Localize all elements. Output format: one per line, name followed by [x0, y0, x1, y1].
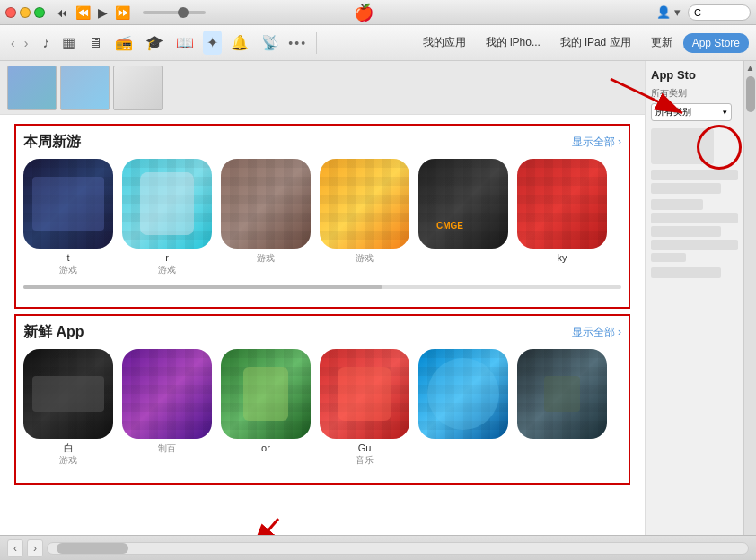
radio-icon[interactable]: 📡 — [258, 31, 283, 55]
fresh-app-4[interactable]: Gu 音乐 — [320, 349, 409, 467]
sidebar-text-8 — [651, 267, 721, 278]
title-bar: ⏮ ⏪ ▶ ⏩ 🍎 👤 ▾ — [0, 0, 756, 25]
edu-icon[interactable]: 🎓 — [142, 31, 167, 55]
fresh-app-5[interactable] — [418, 349, 508, 467]
more-dots[interactable]: ••• — [288, 36, 307, 50]
scroll-thumb[interactable] — [746, 76, 755, 112]
movies-icon[interactable]: ▦ — [58, 31, 79, 55]
maximize-button[interactable] — [34, 7, 45, 18]
app-cat-2: 游戏 — [158, 264, 176, 276]
minimize-button[interactable] — [20, 7, 31, 18]
fresh-icon-5 — [418, 349, 508, 439]
app-item-3[interactable]: 游戏 — [221, 159, 311, 276]
app-item-4[interactable]: 游戏 — [320, 159, 409, 276]
status-bar: ‹ › — [0, 535, 756, 560]
progress-fill-1 — [23, 285, 382, 289]
tab-appstore[interactable]: App Store — [683, 33, 749, 53]
app-icon-4 — [320, 159, 409, 249]
tab-my-iphone[interactable]: 我的 iPho... — [477, 31, 549, 54]
sidebar-text-6 — [651, 240, 738, 250]
section-title-new-games: 本周新游 — [23, 133, 81, 152]
scroll-thumb-h — [57, 543, 128, 554]
podcast-icon[interactable]: 📻 — [111, 31, 136, 55]
app-icon-5: CMGE — [418, 159, 508, 249]
show-all-new-games[interactable]: 显示全部 › — [572, 135, 621, 150]
app-icon-3 — [221, 159, 311, 249]
search-input[interactable] — [688, 4, 751, 21]
app-item-5[interactable]: CMGE — [418, 159, 508, 276]
nav-tabs: 我的应用 我的 iPho... 我的 iPad 应用 更新 App Store — [414, 31, 749, 54]
fresh-icon-2 — [122, 349, 212, 439]
section-header-fresh: 新鲜 App 显示全部 › — [23, 323, 621, 342]
tab-updates[interactable]: 更新 — [642, 31, 681, 54]
account-icon[interactable]: 👤 ▾ — [656, 5, 681, 19]
preview-3 — [113, 66, 163, 110]
sidebar-text-2 — [651, 183, 721, 194]
fresh-cat-2: 制百 — [158, 442, 176, 455]
music-icon[interactable]: ♪ — [39, 31, 53, 55]
books-icon[interactable]: 📖 — [172, 31, 198, 55]
status-forward[interactable]: › — [27, 539, 43, 557]
horizontal-scrollbar[interactable] — [47, 542, 749, 555]
status-back[interactable]: ‹ — [7, 539, 23, 557]
preview-2 — [60, 66, 110, 110]
category-dropdown[interactable]: 所有类别 ▾ — [651, 103, 732, 121]
section-header-new-games: 本周新游 显示全部 › — [23, 133, 621, 152]
show-all-fresh[interactable]: 显示全部 › — [572, 325, 621, 340]
fresh-app-6[interactable] — [517, 349, 607, 467]
forward-arrow[interactable]: › — [21, 34, 32, 52]
app-icon-2 — [122, 159, 212, 249]
play-button[interactable]: ▶ — [98, 5, 108, 20]
rewind-button[interactable]: ⏮ — [56, 5, 68, 20]
sidebar-title: App Sto — [651, 68, 738, 82]
section-title-fresh: 新鲜 App — [23, 323, 84, 342]
app-name-6: ky — [558, 252, 567, 264]
header-strip — [0, 61, 645, 115]
scrollbar[interactable]: ▲ — [743, 61, 756, 535]
nav-arrows: ‹ › — [7, 34, 31, 52]
fresh-name-1: 白 — [64, 442, 74, 454]
section-progress-1 — [23, 285, 621, 289]
appstore-icon[interactable]: ✦ — [203, 31, 222, 55]
close-button[interactable] — [5, 7, 16, 18]
sidebar-text-1 — [651, 170, 738, 180]
sidebar-text-4 — [651, 213, 738, 223]
app-item-2[interactable]: r 游戏 — [122, 159, 212, 276]
app-item-6[interactable]: ky — [517, 159, 607, 276]
tab-my-ipad[interactable]: 我的 iPad 应用 — [551, 31, 640, 54]
back-arrow[interactable]: ‹ — [7, 34, 19, 52]
main-content: 本周新游 显示全部 › t 游戏 — [0, 61, 645, 535]
sidebar-label: 所有类别 — [651, 87, 738, 100]
fresh-cat-1: 游戏 — [59, 454, 77, 467]
fresh-name-4: Gu — [358, 442, 372, 454]
volume-thumb — [178, 7, 189, 18]
sidebar-text-3 — [651, 199, 703, 210]
forward-button[interactable]: ⏩ — [115, 5, 130, 20]
fresh-name-3: or — [261, 442, 270, 454]
app-cat-4: 游戏 — [356, 252, 374, 265]
app-name-2: r — [165, 252, 169, 264]
scroll-up[interactable]: ▲ — [746, 63, 755, 73]
app-icon-1 — [23, 159, 113, 249]
back-button[interactable]: ⏪ — [75, 5, 91, 20]
sections: 本周新游 显示全部 › t 游戏 — [0, 115, 645, 494]
playback-controls: ⏮ ⏪ ▶ ⏩ — [56, 5, 211, 20]
sidebar-text-7 — [651, 253, 686, 262]
apple-logo: 🍎 — [354, 3, 374, 22]
toolbar: ‹ › ♪ ▦ 🖥 📻 🎓 📖 ✦ 🔔 📡 ••• 我的应用 我的 iPho..… — [0, 25, 756, 61]
app-cat-1: 游戏 — [59, 264, 77, 276]
app-cat-3: 游戏 — [257, 252, 275, 265]
right-sidebar: App Sto 所有类别 所有类别 ▾ — [645, 61, 743, 535]
tv-icon[interactable]: 🖥 — [84, 31, 106, 55]
tab-my-apps[interactable]: 我的应用 — [414, 31, 475, 54]
app-item-1[interactable]: t 游戏 — [23, 159, 113, 276]
fresh-icon-3 — [221, 349, 311, 439]
fresh-app-2[interactable]: 制百 — [122, 349, 212, 467]
volume-slider[interactable] — [143, 11, 206, 14]
fresh-app-3[interactable]: or — [221, 349, 311, 467]
app-name-1: t — [66, 252, 69, 264]
fresh-app-1[interactable]: 白 游戏 — [23, 349, 113, 467]
notifications-icon[interactable]: 🔔 — [227, 31, 252, 55]
dropdown-chevron: ▾ — [723, 108, 727, 117]
toolbar-divider — [316, 32, 317, 54]
